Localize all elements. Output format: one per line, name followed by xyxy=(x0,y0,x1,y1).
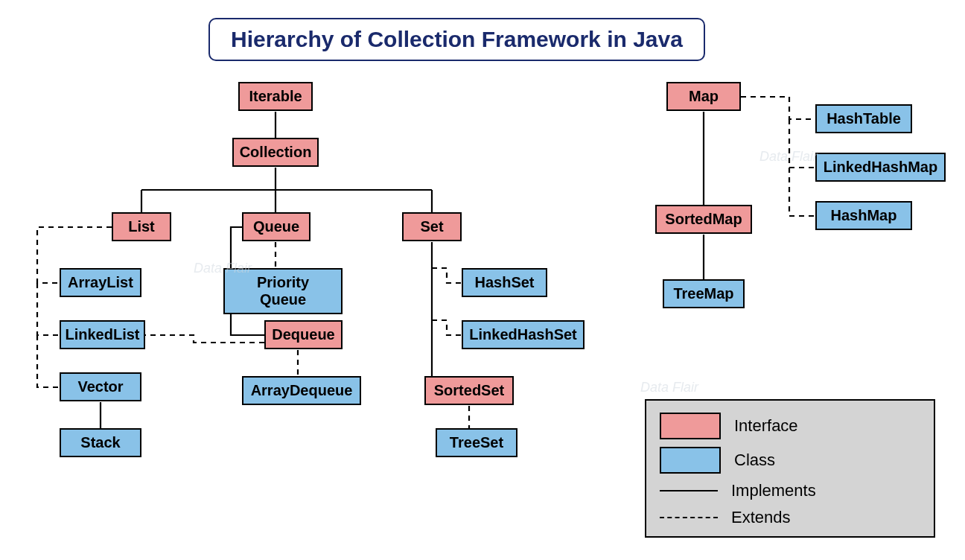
legend-row-class: Class xyxy=(660,447,920,474)
watermark: Data Flair xyxy=(759,149,818,165)
watermark: Data Flair xyxy=(640,380,698,395)
node-linkedlist: LinkedList xyxy=(60,320,145,349)
node-hashmap: HashMap xyxy=(815,201,912,230)
node-list: List xyxy=(112,212,171,241)
legend-row-extends: Extends xyxy=(660,508,920,527)
legend-label-interface: Interface xyxy=(734,416,798,436)
node-iterable: Iterable xyxy=(238,82,313,111)
node-treemap: TreeMap xyxy=(663,279,745,308)
legend-line-dashed xyxy=(660,517,718,518)
legend-row-interface: Interface xyxy=(660,413,920,439)
node-arraylist: ArrayList xyxy=(60,268,141,297)
node-treeset: TreeSet xyxy=(436,428,517,457)
node-sortedset: SortedSet xyxy=(424,376,514,405)
node-sortedmap: SortedMap xyxy=(655,205,752,234)
node-stack: Stack xyxy=(60,428,141,457)
node-linkedhashset: LinkedHashSet xyxy=(462,320,585,349)
node-dequeue: Dequeue xyxy=(264,320,343,349)
legend-label-implements: Implements xyxy=(731,481,816,500)
legend-label-extends: Extends xyxy=(731,508,791,527)
diagram-title: Hierarchy of Collection Framework in Jav… xyxy=(208,18,705,61)
node-linkedhashmap: LinkedHashMap xyxy=(815,153,946,182)
legend-row-implements: Implements xyxy=(660,481,920,500)
node-queue: Queue xyxy=(242,212,310,241)
legend-label-class: Class xyxy=(734,451,775,470)
node-hashset: HashSet xyxy=(462,268,547,297)
node-set: Set xyxy=(402,212,462,241)
node-collection: Collection xyxy=(232,138,319,167)
node-vector: Vector xyxy=(60,372,141,401)
node-map: Map xyxy=(666,82,741,111)
legend-line-solid xyxy=(660,490,718,491)
node-priorityqueue: Priority Queue xyxy=(223,268,343,314)
legend-swatch-interface xyxy=(660,413,721,439)
node-arraydequeue: ArrayDequeue xyxy=(242,376,361,405)
node-hashtable: HashTable xyxy=(815,104,912,133)
legend: Interface Class Implements Extends xyxy=(645,399,935,538)
legend-swatch-class xyxy=(660,447,721,474)
